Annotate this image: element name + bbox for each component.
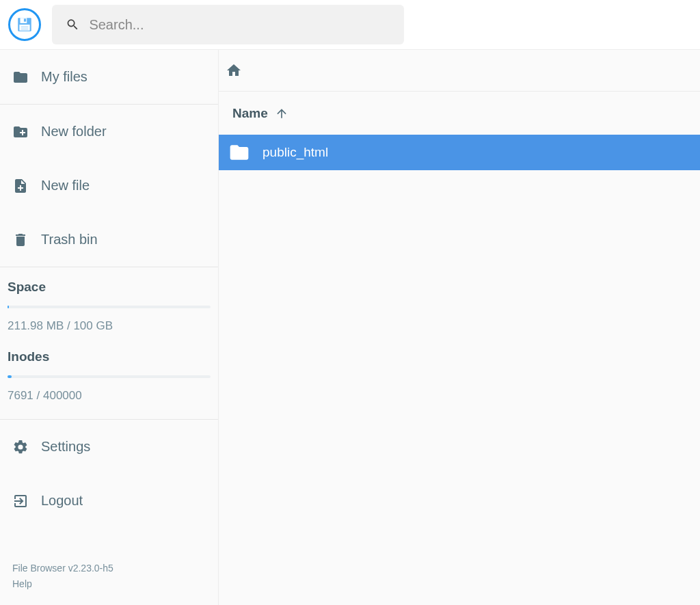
create-folder-icon <box>12 124 29 140</box>
inodes-text: 7691 / 400000 <box>8 389 211 403</box>
footer: File Browser v2.23.0-h5 Help <box>0 550 218 605</box>
breadcrumb <box>219 50 700 91</box>
sidebar-trash[interactable]: Trash bin <box>0 213 218 267</box>
sidebar-my-files[interactable]: My files <box>0 50 218 104</box>
sidebar-item-label: Settings <box>41 439 90 455</box>
sidebar-new-file[interactable]: New file <box>0 159 218 213</box>
name-column-label: Name <box>232 106 268 121</box>
home-icon[interactable] <box>226 62 242 79</box>
search-bar[interactable] <box>52 5 404 44</box>
sidebar-item-label: New file <box>41 178 90 193</box>
search-icon <box>66 17 79 32</box>
gear-icon <box>12 439 29 455</box>
sidebar-item-label: Logout <box>41 493 83 509</box>
space-label: Space <box>8 280 211 295</box>
list-item-label: public_html <box>262 145 328 160</box>
svg-rect-6 <box>21 29 29 30</box>
search-input[interactable] <box>89 17 390 33</box>
floppy-disk-icon <box>16 16 33 33</box>
sidebar-logout[interactable]: Logout <box>0 474 218 528</box>
sidebar: My files New folder New file Trash bin S… <box>0 50 219 605</box>
trash-icon <box>12 232 29 248</box>
svg-rect-2 <box>24 18 26 21</box>
svg-rect-5 <box>21 27 29 28</box>
logout-icon <box>12 493 29 509</box>
sidebar-item-label: My files <box>41 69 88 85</box>
folder-icon <box>12 69 29 85</box>
space-quota: Space 211.98 MB / 100 GB <box>0 267 218 349</box>
sidebar-new-folder[interactable]: New folder <box>0 105 218 159</box>
inodes-bar <box>8 375 211 378</box>
sidebar-settings[interactable]: Settings <box>0 420 218 474</box>
app-logo[interactable] <box>8 8 41 41</box>
sidebar-item-label: Trash bin <box>41 232 98 247</box>
folder-icon <box>228 142 250 163</box>
space-text: 211.98 MB / 100 GB <box>8 319 211 333</box>
header <box>0 0 700 50</box>
help-link[interactable]: Help <box>12 576 206 591</box>
arrow-up-icon <box>275 107 288 120</box>
column-header[interactable]: Name <box>219 91 700 135</box>
inodes-label: Inodes <box>8 349 211 364</box>
app-version[interactable]: File Browser v2.23.0-h5 <box>12 561 206 576</box>
create-file-icon <box>12 178 29 194</box>
space-bar <box>8 306 211 308</box>
inodes-quota: Inodes 7691 / 400000 <box>0 349 218 419</box>
sidebar-item-label: New folder <box>41 124 107 139</box>
svg-rect-4 <box>21 26 29 27</box>
main-panel: Name public_html <box>219 50 700 605</box>
list-item[interactable]: public_html <box>219 135 700 170</box>
